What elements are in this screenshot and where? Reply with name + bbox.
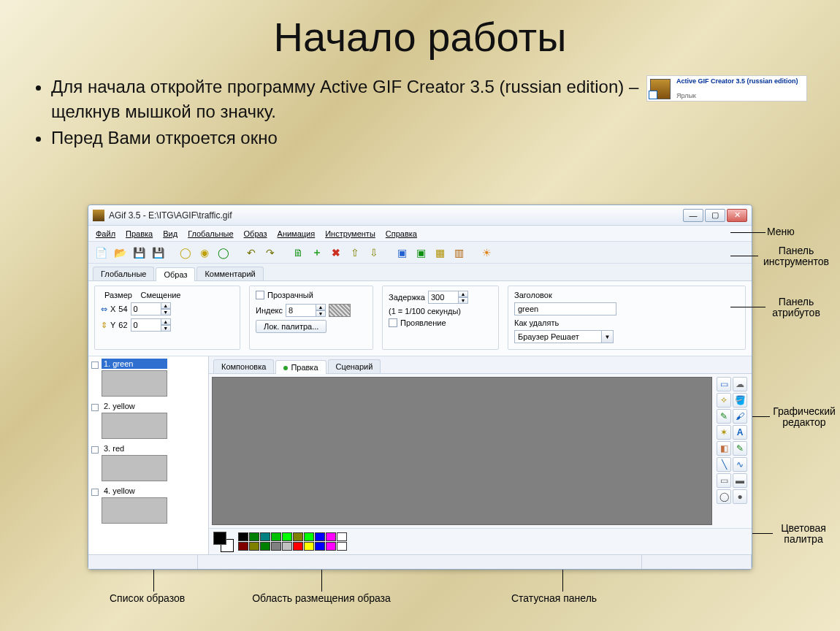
eraser-icon[interactable]: ◧ bbox=[717, 441, 731, 456]
color-swatch[interactable] bbox=[315, 542, 325, 551]
tab-comment[interactable]: Комментарий bbox=[196, 267, 263, 280]
disposal-value[interactable] bbox=[514, 330, 602, 343]
interlace-checkbox[interactable] bbox=[389, 318, 397, 327]
local-palette-button[interactable]: Лок. палитра... bbox=[256, 320, 327, 333]
color-swatch[interactable] bbox=[326, 542, 336, 551]
menu-global[interactable]: Глобальные bbox=[188, 229, 233, 238]
frame-checkbox[interactable] bbox=[91, 446, 99, 454]
movedown-icon[interactable]: ⇩ bbox=[366, 245, 382, 261]
frame-title-input[interactable] bbox=[514, 302, 616, 316]
frame-checkbox[interactable] bbox=[91, 489, 99, 496]
menu-tools[interactable]: Инструменты bbox=[325, 229, 375, 238]
spray-icon[interactable]: ✶ bbox=[717, 425, 731, 440]
circle3-icon[interactable]: ◯ bbox=[215, 245, 232, 261]
color-swatch[interactable] bbox=[315, 532, 325, 541]
rect-icon[interactable]: ▭ bbox=[717, 473, 731, 488]
y-offset-spin[interactable]: ▲▼ bbox=[131, 318, 171, 332]
filled-ellipse-icon[interactable]: ● bbox=[733, 489, 747, 504]
color-swatch[interactable] bbox=[326, 532, 336, 541]
menu-file[interactable]: Файл bbox=[96, 229, 115, 238]
tab-image[interactable]: Образ bbox=[156, 267, 195, 281]
pattern-swatch[interactable] bbox=[329, 304, 351, 317]
color-swatch[interactable] bbox=[337, 532, 347, 541]
color-swatch[interactable] bbox=[249, 542, 259, 551]
curve-icon[interactable]: ∿ bbox=[733, 457, 747, 472]
tab-edit[interactable]: Правка bbox=[275, 360, 326, 374]
frame-item[interactable]: 2. yellow bbox=[88, 399, 208, 441]
frame-checkbox[interactable] bbox=[91, 362, 99, 369]
browser-icon[interactable]: ▣ bbox=[413, 245, 429, 261]
color-swatch[interactable] bbox=[304, 542, 314, 551]
frame-thumbnail[interactable] bbox=[102, 370, 167, 397]
addfile-icon[interactable]: 🗎 bbox=[290, 245, 306, 261]
saveas-icon[interactable]: 💾 bbox=[150, 245, 166, 261]
frame-item[interactable]: 3. red bbox=[88, 441, 208, 483]
color-swatch[interactable] bbox=[260, 532, 270, 541]
x-offset-input[interactable] bbox=[131, 302, 161, 316]
sun-icon[interactable]: ☀ bbox=[478, 245, 495, 261]
maximize-button[interactable]: ▢ bbox=[705, 209, 725, 222]
frame-list[interactable]: 1. green 2. yellow 3. red bbox=[88, 356, 209, 554]
fg-bg-swatch[interactable] bbox=[213, 532, 234, 552]
filled-rect-icon[interactable]: ▬ bbox=[733, 473, 747, 488]
menu-help[interactable]: Справка bbox=[386, 229, 417, 238]
color-swatch[interactable] bbox=[293, 532, 303, 541]
wand-icon[interactable]: ✧ bbox=[717, 393, 731, 408]
color-swatch[interactable] bbox=[271, 542, 281, 551]
brush-icon[interactable]: 🖌 bbox=[733, 409, 747, 424]
delay-spin[interactable]: ▲▼ bbox=[428, 291, 468, 304]
frame-thumbnail[interactable] bbox=[102, 455, 167, 481]
select-rect-icon[interactable]: ▭ bbox=[717, 377, 731, 391]
frame-thumbnail[interactable] bbox=[102, 413, 167, 439]
tab-global[interactable]: Глобальные bbox=[93, 267, 154, 280]
color-swatch[interactable] bbox=[337, 542, 347, 551]
color-swatch[interactable] bbox=[282, 542, 292, 551]
new-icon[interactable]: 📄 bbox=[93, 245, 109, 261]
pencil-icon[interactable]: ✎ bbox=[717, 409, 731, 424]
fill-icon[interactable]: 🪣 bbox=[733, 393, 747, 408]
transparent-checkbox[interactable] bbox=[256, 291, 264, 299]
preview-icon[interactable]: ▣ bbox=[394, 245, 410, 261]
index-input[interactable] bbox=[286, 304, 316, 317]
undo-icon[interactable]: ↶ bbox=[243, 245, 259, 261]
circle1-icon[interactable]: ◯ bbox=[177, 245, 194, 261]
text-icon[interactable]: A bbox=[733, 425, 747, 440]
x-offset-spin[interactable]: ▲▼ bbox=[131, 302, 171, 316]
frame-thumbnail[interactable] bbox=[102, 497, 167, 524]
fg-color[interactable] bbox=[213, 532, 226, 545]
chevron-down-icon[interactable]: ▼ bbox=[602, 330, 614, 343]
menu-anim[interactable]: Анимация bbox=[278, 229, 316, 238]
canvas[interactable] bbox=[212, 377, 712, 525]
delay-input[interactable] bbox=[428, 291, 459, 304]
frame-checkbox[interactable] bbox=[91, 404, 99, 411]
tab-layout[interactable]: Компоновка bbox=[213, 359, 274, 373]
open-icon[interactable]: 📂 bbox=[112, 245, 128, 261]
moveup-icon[interactable]: ⇧ bbox=[347, 245, 363, 261]
add-icon[interactable]: ＋ bbox=[309, 245, 325, 261]
lasso-icon[interactable]: ☁ bbox=[733, 377, 747, 391]
color-swatch[interactable] bbox=[293, 542, 303, 551]
color-swatch[interactable] bbox=[238, 542, 248, 551]
menu-image[interactable]: Образ bbox=[244, 229, 267, 238]
picker-icon[interactable]: ✎ bbox=[733, 441, 747, 456]
tab-script[interactable]: Сценарий bbox=[328, 359, 381, 373]
minimize-button[interactable]: — bbox=[683, 209, 703, 222]
tile-icon[interactable]: ▦ bbox=[432, 245, 448, 261]
menu-view[interactable]: Вид bbox=[163, 229, 177, 238]
disposal-combo[interactable]: ▼ bbox=[514, 330, 614, 343]
index-spin[interactable]: ▲▼ bbox=[286, 304, 326, 317]
y-offset-input[interactable] bbox=[131, 318, 161, 332]
circle2-icon[interactable]: ◉ bbox=[196, 245, 213, 261]
color-swatch[interactable] bbox=[260, 542, 270, 551]
save-icon[interactable]: 💾 bbox=[131, 245, 147, 261]
frame-item[interactable]: 4. yellow bbox=[88, 483, 208, 526]
color-swatch[interactable] bbox=[249, 532, 259, 541]
color-swatch[interactable] bbox=[271, 532, 281, 541]
frame-item[interactable]: 1. green bbox=[88, 356, 208, 399]
color-swatch[interactable] bbox=[282, 532, 292, 541]
line-icon[interactable]: ╲ bbox=[717, 457, 731, 472]
color-swatch[interactable] bbox=[304, 532, 314, 541]
menu-edit[interactable]: Правка bbox=[126, 229, 153, 238]
color-swatch[interactable] bbox=[238, 532, 248, 541]
titlebar[interactable]: AGif 3.5 - E:\ITG\AGIF\traffic.gif — ▢ ✕ bbox=[88, 205, 752, 226]
